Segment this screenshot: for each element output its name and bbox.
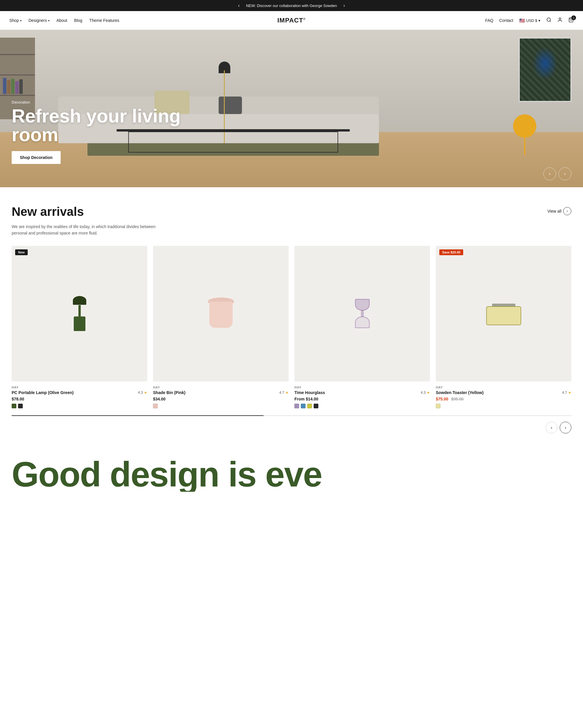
product-nav: ‹ › — [12, 422, 571, 434]
swatch-black-2[interactable] — [314, 404, 318, 408]
nav-left: Shop ▾ Designers ▾ About Blog Theme Feat… — [9, 18, 119, 23]
swatch-pink[interactable] — [153, 404, 158, 408]
product-rating-0: 4.3 ★ — [138, 391, 147, 395]
swatch-yellow-2[interactable] — [436, 404, 441, 408]
product-badge-sale: Save $20.00 — [439, 250, 463, 255]
cart-count: 1 — [571, 16, 576, 20]
nav-right: FAQ Contact 🇺🇸 USD $ ▾ 1 — [485, 17, 574, 24]
logo[interactable]: IMPACT® — [277, 17, 305, 24]
bin-illustration — [208, 297, 234, 330]
swatch-olive[interactable] — [12, 404, 16, 408]
nav-shop[interactable]: Shop ▾ — [9, 18, 22, 23]
side-table-decoration — [513, 114, 536, 149]
product-brand-0: HAY — [12, 386, 147, 389]
view-all-link[interactable]: View all › — [548, 207, 571, 215]
product-price-1: $34.00 — [153, 397, 288, 401]
account-button[interactable] — [557, 17, 563, 24]
hero-title: Refresh your living room — [12, 107, 181, 144]
product-prev-button[interactable]: ‹ — [546, 422, 557, 434]
color-swatches-2 — [295, 404, 430, 408]
product-info-row-3: Sowden Toaster (Yellow) 4.7 ★ — [436, 390, 571, 395]
product-price-3: $75.00 $95.00 — [436, 397, 571, 401]
hero-arrows: ‹ › — [543, 167, 571, 180]
designers-chevron-icon: ▾ — [48, 19, 50, 22]
star-icon-1: ★ — [285, 391, 288, 395]
svg-point-0 — [547, 18, 550, 21]
star-icon-0: ★ — [144, 391, 147, 395]
search-button[interactable] — [546, 17, 552, 24]
nav-theme-features[interactable]: Theme Features — [89, 18, 119, 23]
shop-chevron-icon: ▾ — [20, 19, 22, 22]
svg-point-2 — [559, 18, 561, 20]
product-info-row-2: Time Hourglass 4.3 ★ — [295, 390, 430, 395]
svg-line-1 — [550, 21, 551, 22]
product-brand-2: HAY — [295, 386, 430, 389]
hero-section: Decoration Refresh your living room Shop… — [0, 30, 583, 187]
nav-about[interactable]: About — [57, 18, 67, 23]
product-name-1: Shade Bin (Pink) — [153, 390, 186, 395]
section-left: New arrivals We are inspired by the real… — [12, 205, 163, 237]
view-all-arrow-icon: › — [563, 207, 571, 215]
hero-next-button[interactable]: › — [558, 167, 571, 180]
product-badge-new: New — [15, 250, 28, 255]
flag-icon: 🇺🇸 — [519, 18, 525, 23]
product-card-pc-lamp[interactable]: New HAY PC Portable Lamp (Olive Green) 4… — [12, 246, 147, 408]
color-swatches-3 — [436, 404, 571, 408]
swatch-blue[interactable] — [301, 404, 305, 408]
currency-chevron-icon: ▾ — [538, 18, 540, 23]
product-image-toaster: Save $20.00 — [436, 246, 571, 382]
header: Shop ▾ Designers ▾ About Blog Theme Feat… — [0, 11, 583, 30]
announcement-bar: ‹ NEW: Discover our collaboration with G… — [0, 0, 583, 11]
announcement-prev-button[interactable]: ‹ — [237, 2, 241, 9]
product-name-3: Sowden Toaster (Yellow) — [436, 390, 483, 395]
currency-selector[interactable]: 🇺🇸 USD $ ▾ — [519, 18, 540, 23]
nav-contact[interactable]: Contact — [499, 18, 513, 23]
announcement-next-button[interactable]: › — [342, 2, 346, 9]
wall-art-decoration — [519, 37, 571, 102]
product-scroll-indicator — [12, 415, 263, 416]
product-image-hourglass — [295, 246, 430, 382]
section-header: New arrivals We are inspired by the real… — [12, 205, 571, 237]
swatch-purple[interactable] — [295, 404, 299, 408]
product-card-toaster[interactable]: Save $20.00 HAY Sowden Toaster (Yellow) … — [436, 246, 571, 408]
product-info-row-1: Shade Bin (Pink) 4.7 ★ — [153, 390, 288, 395]
hero-category: Decoration — [12, 100, 181, 104]
hero-content: Decoration Refresh your living room Shop… — [12, 100, 181, 164]
product-next-button[interactable]: › — [560, 422, 571, 434]
product-name-0: PC Portable Lamp (Olive Green) — [12, 390, 74, 395]
hero-prev-button[interactable]: ‹ — [543, 167, 556, 180]
product-grid: New HAY PC Portable Lamp (Olive Green) 4… — [12, 246, 571, 408]
product-info-row-0: PC Portable Lamp (Olive Green) 4.3 ★ — [12, 390, 147, 395]
product-price-2: From $14.00 — [295, 397, 430, 401]
new-arrivals-section: New arrivals We are inspired by the real… — [0, 187, 583, 445]
product-brand-3: HAY — [436, 386, 571, 389]
good-design-title: Good design is eve — [12, 457, 571, 492]
swatch-yellow[interactable] — [307, 404, 312, 408]
product-rating-2: 4.3 ★ — [421, 391, 430, 395]
nav-designers[interactable]: Designers ▾ — [29, 18, 50, 23]
product-image-shade-bin — [153, 246, 288, 382]
product-price-0: $78.00 — [12, 397, 147, 401]
section-title: New arrivals — [12, 205, 163, 219]
good-design-section: Good design is eve — [0, 445, 583, 492]
swatch-black[interactable] — [18, 404, 23, 408]
cart-button[interactable]: 1 — [568, 17, 574, 24]
star-icon-3: ★ — [568, 391, 571, 395]
nav-blog[interactable]: Blog — [74, 18, 82, 23]
hourglass-illustration — [354, 299, 371, 328]
product-card-shade-bin[interactable]: HAY Shade Bin (Pink) 4.7 ★ $34.00 — [153, 246, 288, 408]
product-scroll-bar — [12, 415, 571, 416]
product-image-pc-lamp: New — [12, 246, 147, 382]
star-icon-2: ★ — [427, 391, 430, 395]
product-card-hourglass[interactable]: HAY Time Hourglass 4.3 ★ From $14.00 — [295, 246, 430, 408]
product-rating-3: 4.7 ★ — [562, 391, 571, 395]
section-description: We are inspired by the realities of life… — [12, 224, 163, 237]
toaster-illustration — [486, 302, 521, 325]
product-rating-1: 4.7 ★ — [279, 391, 288, 395]
pc-lamp-illustration — [68, 296, 91, 331]
product-name-2: Time Hourglass — [295, 390, 325, 395]
hero-cta-button[interactable]: Shop Decoration — [12, 151, 61, 164]
color-swatches-0 — [12, 404, 147, 408]
nav-faq[interactable]: FAQ — [485, 18, 493, 23]
color-swatches-1 — [153, 404, 288, 408]
